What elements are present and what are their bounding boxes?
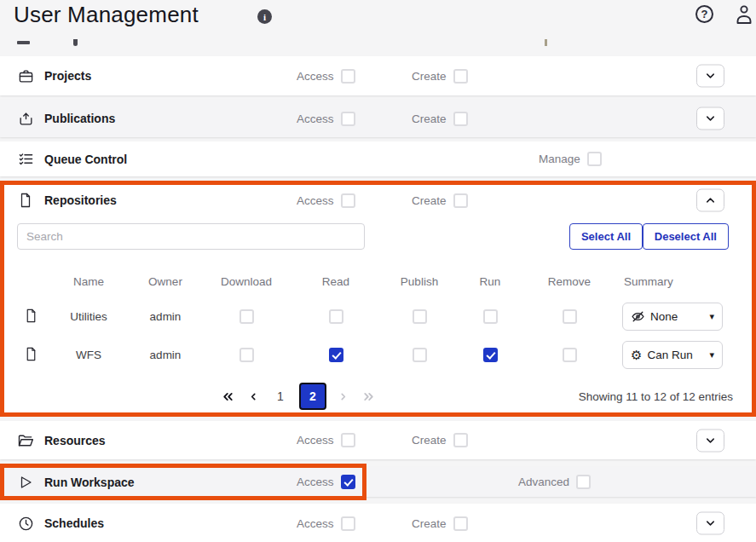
publications-expand-button[interactable] — [696, 107, 724, 130]
schedules-expand-button[interactable] — [696, 512, 724, 535]
repositories-collapse-button[interactable] — [696, 189, 724, 212]
repo-row-wfs: WFS admin ⚙ Can Run ▾ — [4, 336, 752, 374]
run-workspace-advanced-checkbox[interactable] — [576, 475, 591, 489]
utilities-summary-dropdown[interactable]: None ▾ — [622, 303, 723, 331]
schedules-create-checkbox[interactable] — [453, 516, 468, 531]
utilities-read-checkbox[interactable] — [329, 309, 343, 324]
row-publications: Publications Access Create — [0, 100, 756, 137]
clipped-row-above — [0, 34, 756, 56]
utilities-run-checkbox[interactable] — [483, 309, 498, 324]
previous-page-button[interactable] — [245, 390, 262, 403]
repositories-access-checkbox[interactable] — [341, 193, 355, 208]
utilities-remove-checkbox[interactable] — [563, 309, 577, 324]
repo-row-utilities: Utilities admin None ▾ — [4, 297, 752, 336]
queue-control-manage-checkbox[interactable] — [587, 152, 602, 166]
briefcase-icon — [17, 67, 34, 84]
question-circle-icon[interactable]: ? — [695, 5, 713, 23]
repositories-search-input[interactable] — [17, 223, 365, 250]
folder-open-icon — [17, 432, 34, 449]
clipped-row-fragment — [17, 41, 30, 44]
next-page-button[interactable] — [335, 390, 351, 403]
create-label: Create — [412, 112, 447, 125]
access-label: Access — [297, 70, 334, 83]
upload-icon — [17, 110, 34, 127]
utilities-download-checkbox[interactable] — [239, 309, 254, 324]
page-title: User Management — [14, 2, 199, 28]
person-icon[interactable] — [734, 3, 754, 29]
col-run: Run — [460, 275, 520, 288]
file-icon — [15, 347, 46, 364]
create-label: Create — [412, 194, 447, 207]
clock-icon — [17, 515, 34, 532]
run-workspace-access-checkbox[interactable] — [341, 475, 355, 489]
last-page-button[interactable] — [360, 389, 378, 404]
col-download: Download — [199, 275, 293, 288]
caret-down-icon: ▾ — [709, 311, 714, 322]
repo-name: WFS — [46, 349, 131, 361]
repo-owner: admin — [131, 349, 199, 361]
page-2-button[interactable]: 2 — [299, 383, 326, 410]
row-label: Schedules — [44, 516, 104, 530]
create-label: Create — [412, 434, 447, 447]
gear-icon: ⚙ — [631, 349, 642, 361]
row-repositories: Repositories Access Create — [4, 185, 752, 216]
clipped-row-fragment — [73, 39, 78, 46]
wfs-run-checkbox[interactable] — [483, 348, 498, 362]
create-label: Create — [412, 70, 447, 83]
publications-access-checkbox[interactable] — [341, 112, 355, 126]
repositories-highlight-box: Repositories Access Create Select All De… — [0, 181, 756, 417]
access-label: Access — [297, 476, 334, 488]
row-schedules: Schedules Access Create — [0, 504, 756, 542]
projects-access-checkbox[interactable] — [341, 69, 355, 84]
publications-create-checkbox[interactable] — [453, 112, 468, 126]
wfs-remove-checkbox[interactable] — [563, 348, 577, 362]
page-1-button[interactable]: 1 — [270, 389, 291, 403]
file-icon — [15, 308, 46, 326]
resources-create-checkbox[interactable] — [453, 433, 468, 447]
showing-entries-text: Showing 11 to 12 of 12 entries — [579, 390, 733, 403]
row-label: Projects — [44, 69, 91, 83]
col-remove: Remove — [520, 275, 619, 288]
access-label: Access — [297, 194, 334, 207]
access-label: Access — [297, 112, 334, 125]
wfs-publish-checkbox[interactable] — [413, 348, 427, 362]
wfs-read-checkbox[interactable] — [329, 348, 343, 362]
manage-label: Manage — [539, 153, 580, 165]
row-projects: Projects Access Create — [0, 56, 756, 95]
row-label: Repositories — [44, 193, 117, 207]
projects-expand-button[interactable] — [696, 65, 724, 88]
repositories-create-checkbox[interactable] — [453, 193, 468, 208]
create-label: Create — [412, 517, 447, 530]
wfs-download-checkbox[interactable] — [239, 348, 254, 362]
summary-value: Can Run — [647, 349, 692, 361]
summary-value: None — [650, 310, 678, 323]
advanced-label: Advanced — [518, 476, 569, 488]
select-all-button[interactable]: Select All — [569, 223, 643, 250]
schedules-access-checkbox[interactable] — [341, 516, 355, 531]
row-resources: Resources Access Create — [0, 421, 756, 459]
caret-down-icon: ▾ — [709, 349, 714, 360]
info-circle-icon[interactable]: i — [257, 9, 272, 24]
col-publish: Publish — [378, 275, 460, 288]
row-label: Run Workspace — [44, 476, 135, 489]
row-queue-control: Queue Control Manage — [0, 141, 756, 176]
row-label: Publications — [44, 112, 115, 125]
projects-create-checkbox[interactable] — [453, 69, 468, 84]
first-page-button[interactable] — [219, 389, 237, 404]
wfs-summary-dropdown[interactable]: ⚙ Can Run ▾ — [622, 341, 723, 369]
resources-access-checkbox[interactable] — [341, 433, 355, 447]
row-label: Queue Control — [44, 153, 127, 166]
row-run-workspace: Run Workspace Access Advanced — [0, 467, 756, 497]
row-label: Resources — [44, 434, 106, 447]
checklist-icon — [17, 151, 34, 168]
repo-table-header: Name Owner Download Read Publish Run Rem… — [4, 265, 752, 297]
access-label: Access — [297, 434, 334, 447]
page-header: User Management i ? — [0, 0, 756, 34]
repo-pagination: 1 2 Showing 11 to 12 of 12 entries — [4, 374, 752, 418]
repo-owner: admin — [131, 310, 199, 323]
col-owner: Owner — [131, 275, 199, 288]
utilities-publish-checkbox[interactable] — [413, 309, 427, 324]
file-icon — [17, 192, 34, 209]
resources-expand-button[interactable] — [696, 429, 724, 452]
deselect-all-button[interactable]: Deselect All — [643, 223, 729, 250]
